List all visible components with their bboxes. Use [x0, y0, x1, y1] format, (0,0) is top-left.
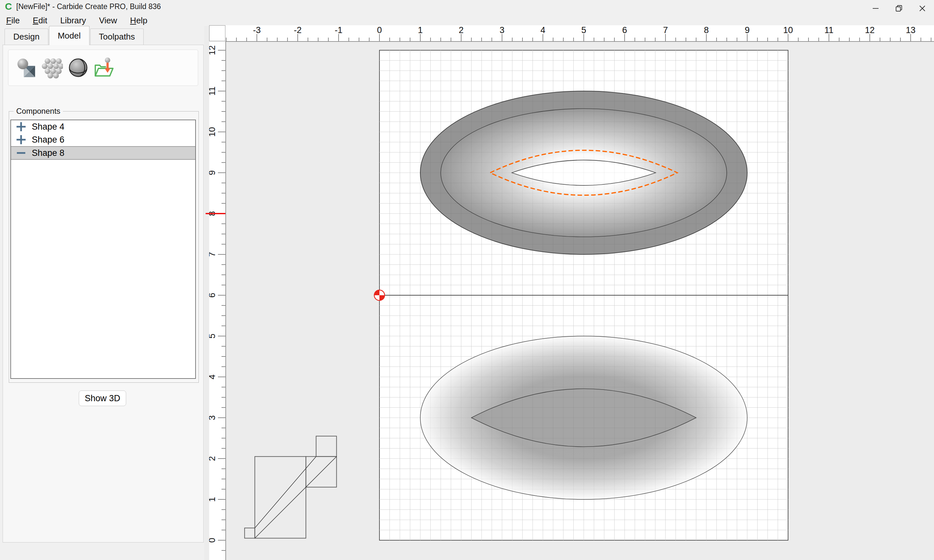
vertical-ruler: 0123456789101112	[209, 42, 226, 560]
svg-text:9: 9	[744, 25, 749, 35]
outline-rect	[255, 457, 306, 538]
grid-overlay	[379, 50, 788, 540]
show-3d-button[interactable]: Show 3D	[79, 391, 126, 406]
svg-text:12: 12	[209, 45, 217, 55]
ruler-corner	[209, 25, 225, 41]
sphere-model-icon	[68, 57, 89, 79]
texture-spheres-icon	[42, 57, 63, 79]
outline-figure	[245, 436, 336, 538]
add-shape-component-button[interactable]	[14, 55, 39, 80]
svg-text:0: 0	[209, 538, 217, 543]
svg-text:11: 11	[209, 86, 217, 95]
svg-text:-2: -2	[294, 25, 302, 35]
app-logo-icon: C	[4, 2, 13, 11]
outline-rect	[245, 528, 255, 538]
svg-text:5: 5	[581, 25, 586, 35]
import-component-button[interactable]	[91, 55, 117, 80]
outline-diagonal	[255, 457, 316, 528]
tab-bar: Design Model Toolpaths	[5, 27, 144, 45]
menu-help[interactable]: Help	[126, 13, 156, 28]
svg-text:11: 11	[825, 25, 834, 35]
svg-text:5: 5	[209, 334, 217, 338]
svg-text:-1: -1	[335, 25, 342, 35]
add-shape-component-icon	[15, 57, 37, 79]
minimize-icon	[871, 4, 880, 12]
list-item-label: Shape 8	[32, 148, 65, 158]
list-item-shape8[interactable]: Shape 8	[11, 146, 195, 160]
svg-text:4: 4	[540, 25, 545, 35]
drawing-viewport[interactable]	[225, 41, 934, 560]
model-toolbar	[8, 49, 198, 86]
cursor-position-marker	[206, 213, 225, 214]
svg-text:2: 2	[209, 456, 217, 461]
svg-text:13: 13	[906, 25, 916, 35]
list-item-label: Shape 6	[32, 135, 65, 145]
svg-text:0: 0	[377, 25, 382, 35]
list-item-shape4[interactable]: Shape 4	[11, 120, 195, 133]
svg-text:8: 8	[704, 25, 709, 35]
minus-icon	[15, 148, 26, 158]
svg-text:1: 1	[418, 25, 422, 35]
components-group: Components Shape 4 Shape 6	[9, 107, 199, 383]
svg-text:2: 2	[459, 25, 464, 35]
horizontal-ruler: -3-2-1012345678910111213	[225, 25, 934, 42]
restore-icon	[895, 4, 903, 12]
svg-text:10: 10	[783, 25, 793, 35]
tab-model[interactable]: Model	[49, 26, 89, 45]
menu-file[interactable]: File	[2, 13, 29, 28]
svg-text:3: 3	[499, 25, 504, 35]
left-panel: Design Model Toolpaths	[0, 28, 204, 560]
svg-text:6: 6	[209, 292, 217, 297]
svg-text:1: 1	[209, 497, 217, 502]
components-list[interactable]: Shape 4 Shape 6 Shape 8	[10, 120, 196, 379]
origin-marker	[374, 290, 385, 300]
window-title: [NewFile]* - Carbide Create PRO, Build 8…	[16, 0, 161, 13]
svg-text:6: 6	[622, 25, 627, 35]
outline-rect	[316, 436, 337, 457]
import-component-icon	[93, 57, 115, 79]
close-icon	[918, 4, 926, 12]
svg-text:3: 3	[209, 415, 217, 420]
tab-toolpaths[interactable]: Toolpaths	[90, 29, 144, 45]
svg-text:9: 9	[209, 170, 217, 175]
carbide-create-window: { "window": { "title": "[NewFile]* - Car…	[0, 0, 934, 560]
list-item-label: Shape 4	[32, 122, 65, 132]
svg-text:7: 7	[209, 252, 217, 257]
svg-text:12: 12	[865, 25, 875, 35]
model-tab-page: Components Shape 4 Shape 6	[3, 45, 203, 543]
plus-icon	[15, 134, 26, 145]
outline-diagonal	[255, 457, 337, 538]
svg-text:7: 7	[663, 25, 668, 35]
svg-text:-3: -3	[253, 25, 261, 35]
title-bar: C [NewFile]* - Carbide Create PRO, Build…	[0, 0, 934, 13]
plus-icon	[15, 121, 26, 132]
menu-view[interactable]: View	[95, 13, 126, 28]
svg-text:4: 4	[209, 374, 217, 379]
tab-design[interactable]: Design	[5, 29, 48, 45]
texture-spheres-button[interactable]	[40, 55, 65, 80]
sphere-model-button[interactable]	[66, 55, 91, 80]
components-title: Components	[14, 107, 63, 116]
drawing-canvas[interactable]	[225, 41, 934, 560]
list-item-shape6[interactable]: Shape 6	[11, 133, 195, 146]
svg-text:10: 10	[209, 127, 217, 137]
